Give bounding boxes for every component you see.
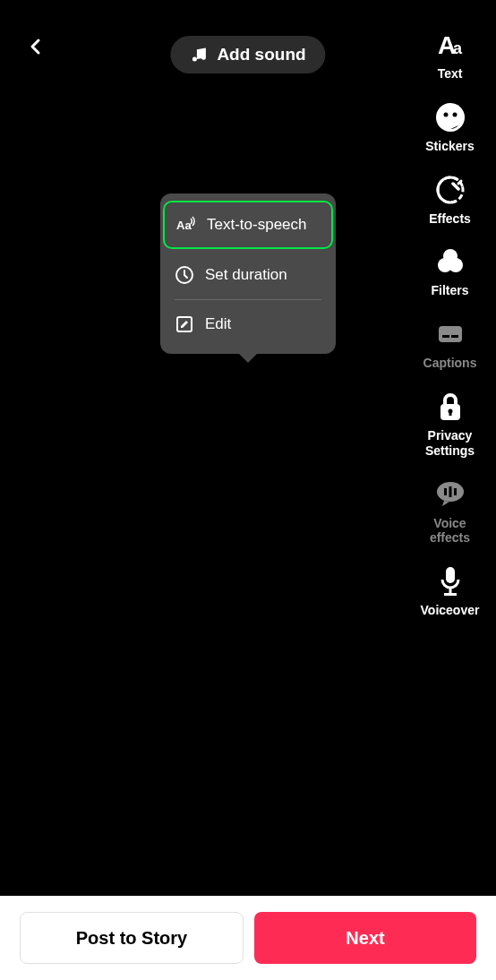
svg-rect-19 [454, 488, 457, 495]
svg-rect-21 [449, 588, 451, 594]
svg-rect-10 [439, 326, 462, 342]
video-preview-area [105, 377, 388, 519]
edit-icon [175, 314, 194, 334]
svg-rect-12 [451, 335, 458, 338]
svg-point-2 [436, 103, 465, 132]
svg-point-9 [449, 258, 463, 272]
stickers-icon [434, 101, 466, 133]
next-button[interactable]: Next [254, 912, 476, 964]
microphone-icon [434, 565, 466, 597]
popup-label: Edit [205, 315, 231, 333]
sidebar-label: Captions [423, 356, 477, 371]
post-to-story-label: Post to Story [76, 928, 187, 949]
sidebar-label: Effects [429, 211, 471, 227]
svg-rect-15 [449, 411, 451, 416]
sidebar-item-text[interactable]: A a Text [416, 29, 483, 82]
svg-text:a: a [453, 39, 463, 57]
sidebar-item-voiceover[interactable]: Voiceover [416, 565, 483, 618]
sidebar-item-stickers[interactable]: Stickers [416, 101, 483, 154]
lock-icon [434, 391, 466, 423]
popup-label: Set duration [205, 266, 287, 284]
add-sound-label: Add sound [217, 45, 305, 64]
sidebar-label: Filters [431, 283, 468, 298]
sidebar-label: Stickers [425, 139, 474, 154]
svg-text:Aa: Aa [176, 219, 192, 232]
svg-rect-20 [446, 567, 455, 583]
popup-item-text-to-speech[interactable]: Aa Text-to-speech [163, 201, 333, 249]
popup-item-set-duration[interactable]: Set duration [160, 251, 336, 299]
filters-icon [434, 245, 466, 278]
sidebar-item-privacy[interactable]: Privacy Settings [416, 391, 483, 459]
add-sound-button[interactable]: Add sound [170, 36, 325, 73]
svg-point-5 [435, 175, 466, 205]
back-button[interactable] [18, 29, 54, 64]
svg-rect-18 [449, 486, 451, 497]
post-to-story-button[interactable]: Post to Story [20, 912, 244, 964]
sidebar-label: Voice effects [416, 516, 483, 546]
next-label: Next [346, 928, 384, 949]
svg-rect-11 [442, 335, 449, 338]
sidebar-item-effects[interactable]: Effects [416, 174, 483, 227]
sidebar-item-captions[interactable]: Captions [416, 318, 483, 371]
popup-label: Text-to-speech [207, 216, 307, 234]
music-note-icon [190, 46, 208, 64]
sidebar: A a Text Stickers Effects [416, 29, 483, 618]
svg-point-4 [452, 112, 457, 116]
popup-item-edit[interactable]: Edit [160, 300, 336, 348]
svg-point-3 [443, 112, 448, 116]
bottom-bar: Post to Story Next [0, 896, 496, 980]
sidebar-item-voice-effects[interactable]: Voice effects [416, 478, 483, 546]
sidebar-item-filters[interactable]: Filters [416, 245, 483, 298]
tts-icon: Aa [176, 215, 196, 235]
sidebar-label: Voiceover [421, 603, 480, 618]
captions-icon [434, 318, 466, 350]
text-options-popup: Aa Text-to-speech Set duration Edit [160, 193, 336, 354]
chevron-left-icon [25, 36, 47, 57]
svg-rect-22 [444, 593, 457, 596]
voice-effects-icon [434, 478, 466, 511]
sidebar-label: Privacy Settings [416, 428, 483, 459]
text-icon: A a [434, 29, 466, 61]
sidebar-label: Text [438, 66, 463, 82]
svg-rect-17 [444, 488, 447, 495]
clock-icon [175, 265, 194, 285]
effects-icon [434, 174, 466, 206]
